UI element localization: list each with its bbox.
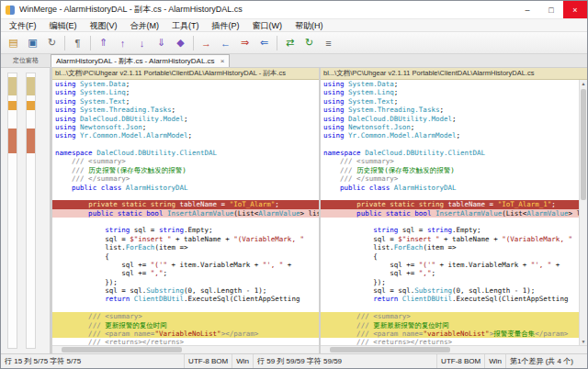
code-line[interactable]: [321, 192, 587, 200]
code-line[interactable]: [321, 218, 587, 226]
diff-location-mark[interactable]: [8, 77, 17, 95]
code-line[interactable]: public class AlarmHistoryDAL: [321, 184, 587, 192]
code-line[interactable]: {: [321, 252, 587, 261]
open-icon[interactable]: ▤: [5, 34, 22, 51]
code-line[interactable]: using DaleCloud.DBUtility.Model;: [52, 115, 319, 123]
code-line[interactable]: });: [321, 278, 587, 286]
code-line[interactable]: /// <summary>: [52, 157, 319, 165]
code-line[interactable]: using System.Text;: [52, 97, 319, 106]
document-tab[interactable]: AlarmHistoryDAL - 副本.cs - AlarmHistoryDA…: [51, 54, 230, 67]
left-h-scrollbar[interactable]: [52, 345, 319, 353]
next-diff-icon[interactable]: ↓: [133, 34, 151, 51]
code-line[interactable]: /// <returns></returns>: [321, 338, 587, 345]
minimize-button[interactable]: –: [515, 1, 539, 18]
code-line[interactable]: sql = $"insert " + tableName + "(Variabl…: [321, 235, 587, 243]
diff-location-mark[interactable]: [27, 129, 35, 153]
code-line[interactable]: /// <summary>: [52, 312, 319, 320]
first-diff-icon[interactable]: ⇑: [95, 34, 112, 51]
code-line[interactable]: using System.Linq;: [321, 88, 587, 96]
location-pane[interactable]: [1, 68, 51, 353]
code-line[interactable]: /// 更新报警的复位时间: [52, 321, 319, 330]
copy-all-right-icon[interactable]: ⇒: [236, 34, 254, 51]
diff-location-mark[interactable]: [8, 101, 17, 110]
v-scrollbar[interactable]: ▲ ▼: [579, 80, 587, 345]
code-line[interactable]: using System.Linq;: [52, 88, 319, 96]
code-line[interactable]: string sql = string.Empty;: [52, 226, 319, 234]
prev-diff-icon[interactable]: ↑: [114, 34, 131, 51]
menu-plugins[interactable]: 插件(P): [206, 19, 246, 32]
view-whitespace-icon[interactable]: ¶: [69, 34, 86, 51]
code-line[interactable]: sql += "('" + item.VariableMark + "', " …: [321, 261, 587, 269]
code-line[interactable]: using Yr.Common.Model.AlarmModel;: [321, 131, 587, 140]
code-line[interactable]: /// <returns></returns>: [52, 338, 319, 345]
code-line[interactable]: using System.Threading.Tasks;: [321, 106, 587, 114]
code-line[interactable]: private static string tableName = "IoT_A…: [52, 200, 319, 208]
code-line[interactable]: /// 更新最新报警的复位时间: [321, 321, 587, 330]
diff-location-mark[interactable]: [27, 101, 35, 110]
code-line[interactable]: using Yr.Common.Model.AlarmModel;: [52, 131, 319, 140]
code-line[interactable]: [52, 218, 319, 226]
code-line[interactable]: sql += ",";: [321, 269, 587, 277]
right-h-scrollbar[interactable]: [321, 345, 587, 353]
code-line[interactable]: return ClientDBUtil.ExecuteSql(ClientApp…: [52, 295, 319, 303]
maximize-button[interactable]: □: [539, 1, 563, 18]
left-file-header[interactable]: bl...\文档\PC\Uhgear v2.1.11 Portable\Clie…: [52, 68, 319, 80]
code-line[interactable]: using System.Data;: [52, 80, 319, 88]
last-diff-icon[interactable]: ⇓: [153, 34, 170, 51]
menu-view[interactable]: 视图(V): [84, 19, 124, 32]
code-line[interactable]: });: [52, 278, 319, 286]
code-line[interactable]: /// 历史报警(保存每次触发的报警): [52, 166, 319, 174]
copy-left-icon[interactable]: ←: [217, 34, 234, 51]
code-line[interactable]: list.ForEach(item =>: [52, 243, 319, 252]
code-line[interactable]: sql = sql.Substring(0, sql.Length - 1);: [321, 286, 587, 295]
left-h-scroll-thumb[interactable]: [62, 347, 182, 352]
code-line[interactable]: namespace DaleCloud.DBUtility.ClientDAL: [321, 149, 587, 157]
code-line[interactable]: [52, 304, 319, 312]
code-line[interactable]: using Newtonsoft.Json;: [52, 123, 319, 131]
code-line[interactable]: /// 历史报警(保存每次触发的报警): [321, 166, 587, 174]
current-diff-icon[interactable]: ◆: [172, 34, 189, 51]
menu-window[interactable]: 窗口(W): [246, 19, 289, 32]
right-file-header[interactable]: bl...\文档\PC\Uhgear v2.1.11 Portable\Clie…: [321, 68, 587, 80]
code-line[interactable]: sql += "('" + item.VariableMark + "', " …: [52, 261, 319, 269]
code-line[interactable]: return ClientDBUtil.ExecuteSql(ClientApp…: [321, 295, 587, 303]
code-line[interactable]: {: [52, 252, 319, 261]
auto-merge-icon[interactable]: ⇄: [281, 34, 299, 51]
code-left[interactable]: using System.Data;using System.Linq;usin…: [52, 80, 319, 345]
options-icon[interactable]: ≡: [320, 34, 337, 51]
code-line[interactable]: /// <summary>: [321, 157, 587, 165]
code-line[interactable]: public class AlarmHistoryDAL: [52, 184, 319, 192]
copy-all-left-icon[interactable]: ⇐: [255, 34, 273, 51]
menu-file[interactable]: 文件(F): [3, 19, 43, 32]
code-line[interactable]: using System.Data;: [321, 80, 587, 88]
save-icon[interactable]: ▣: [24, 34, 41, 51]
code-line[interactable]: /// </summary>: [52, 174, 319, 183]
code-line[interactable]: string sql = string.Empty;: [321, 226, 587, 234]
code-line[interactable]: /// <summary>: [321, 312, 587, 320]
tab-close-icon[interactable]: ×: [220, 57, 225, 65]
code-right[interactable]: using System.Data;using System.Linq;usin…: [321, 80, 587, 345]
menu-help[interactable]: 帮助(H): [288, 19, 330, 32]
code-line[interactable]: namespace DaleCloud.DBUtility.ClientDAL: [52, 149, 319, 157]
diff-location-mark[interactable]: [27, 77, 35, 95]
right-h-scroll-thumb[interactable]: [330, 347, 450, 352]
location-bar-right[interactable]: [26, 73, 36, 349]
code-line[interactable]: /// <param name="variableNoList">报警变量合集<…: [321, 330, 587, 338]
code-line[interactable]: using System.Text;: [321, 97, 587, 106]
code-line[interactable]: sql = sql.Substring(0, sql.Length - 1);: [52, 286, 319, 295]
code-line[interactable]: public static bool InsertAlarmValue(List…: [52, 209, 319, 218]
refresh-icon[interactable]: ↻: [300, 34, 318, 51]
close-button[interactable]: ×: [563, 1, 587, 18]
code-line[interactable]: [52, 140, 319, 149]
code-line[interactable]: using Newtonsoft.Json;: [321, 123, 587, 131]
scroll-up-icon[interactable]: ▲: [580, 80, 587, 87]
code-line[interactable]: private static string tableName = "IoT_A…: [321, 200, 587, 208]
code-line[interactable]: using DaleCloud.DBUtility.Model;: [321, 115, 587, 123]
code-line[interactable]: public static bool InsertAlarmValue(List…: [321, 209, 587, 218]
code-line[interactable]: using System.Threading.Tasks;: [52, 106, 319, 114]
code-line[interactable]: [52, 192, 319, 200]
copy-right-icon[interactable]: →: [198, 34, 215, 51]
menu-merge[interactable]: 合并(M): [124, 19, 166, 32]
v-scroll-thumb[interactable]: [581, 89, 586, 200]
menu-tools[interactable]: 工具(T): [165, 19, 206, 32]
